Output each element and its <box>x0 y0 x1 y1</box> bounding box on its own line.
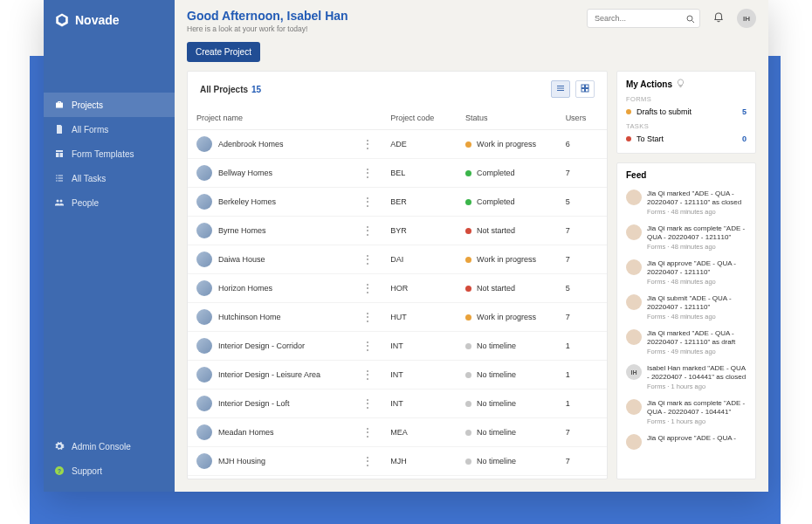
user-avatar[interactable]: IH <box>737 9 756 28</box>
status-dot-icon <box>465 286 471 292</box>
svg-line-3 <box>692 21 695 24</box>
list-icon <box>555 81 566 97</box>
view-toggles <box>551 80 595 98</box>
projects-table-wrap[interactable]: Project name Project code Status Users A… <box>188 107 607 479</box>
kebab-icon[interactable]: ⋮ <box>362 282 373 294</box>
actions-section-label: TASKS <box>626 122 747 130</box>
my-actions-head: My Actions <box>626 79 747 90</box>
search-input[interactable] <box>587 9 700 28</box>
action-row[interactable]: To Start0 <box>626 132 747 146</box>
feed-item[interactable]: Jia Qi marked "ADE - QUA - 20220407 - 12… <box>626 185 747 220</box>
my-actions-panel: My Actions FORMSDrafts to submit5TASKSTo… <box>616 71 756 154</box>
sidebar-item-all-tasks[interactable]: All Tasks <box>44 166 175 190</box>
kebab-icon[interactable]: ⋮ <box>362 138 373 150</box>
action-row[interactable]: Drafts to submit5 <box>626 105 747 119</box>
svg-rect-6 <box>581 89 585 93</box>
kebab-icon[interactable]: ⋮ <box>362 196 373 208</box>
table-row[interactable]: MJH Housing⋮MJHNo timeline7 <box>188 447 607 476</box>
search-wrap <box>587 9 700 28</box>
sidebar-item-admin-console[interactable]: Admin Console <box>44 434 175 458</box>
feed-item[interactable]: Jia Qi mark as complete "ADE - QUA - 202… <box>626 395 747 430</box>
status-dot-icon <box>465 314 471 321</box>
project-name: Interior Design - Leisure Area <box>218 370 320 379</box>
feed-meta: Forms · 1 hours ago <box>647 383 747 390</box>
sidebar-item-all-forms[interactable]: All Forms <box>44 117 175 141</box>
kebab-icon[interactable]: ⋮ <box>362 224 373 237</box>
project-thumb <box>196 252 212 267</box>
table-row[interactable]: Interior Design - Corridor⋮INTNo timelin… <box>188 332 607 361</box>
table-row[interactable]: Interior Design - Leisure Area⋮INTNo tim… <box>188 361 607 390</box>
projects-title: All Projects <box>200 85 248 94</box>
feed-item[interactable]: Jia Qi marked "ADE - QUA - 20220407 - 12… <box>626 325 747 360</box>
table-row[interactable]: Daiwa House⋮DAIWork in progress7 <box>188 245 607 274</box>
action-dot-icon <box>626 109 631 114</box>
create-project-button[interactable]: Create Project <box>187 42 260 62</box>
project-thumb <box>196 396 212 411</box>
sidebar-item-label: Support <box>72 466 102 476</box>
feed-panel[interactable]: Feed Jia Qi marked "ADE - QUA - 20220407… <box>616 162 756 479</box>
project-name: Berkeley Homes <box>218 197 276 206</box>
users-count: 7 <box>557 245 607 274</box>
notifications-button[interactable] <box>709 9 728 28</box>
list-view-button[interactable] <box>551 80 570 98</box>
action-text: Drafts to submit <box>637 107 692 116</box>
kebab-icon[interactable]: ⋮ <box>362 455 373 467</box>
status-text: Completed <box>477 169 515 177</box>
table-row[interactable]: Interior Design - Loft⋮INTNo timeline1 <box>188 390 607 418</box>
action-count: 5 <box>742 107 747 116</box>
users-count: 6 <box>557 130 607 159</box>
table-row[interactable]: Berkeley Homes⋮BERCompleted5 <box>188 188 607 217</box>
project-name: Interior Design - Corridor <box>218 341 305 350</box>
feed-item[interactable]: IHIsabel Han marked "ADE - QUA - 2022040… <box>626 360 747 395</box>
right-column: My Actions FORMSDrafts to submit5TASKSTo… <box>616 71 756 479</box>
feed-item[interactable]: Jia Qi mark as complete "ADE - QUA - 202… <box>626 220 747 255</box>
project-code: INT <box>382 390 457 418</box>
status-text: Work in progress <box>477 140 536 148</box>
grid-view-button[interactable] <box>575 80 595 98</box>
sidebar-item-label: All Tasks <box>72 174 106 183</box>
status-text: Not started <box>477 284 515 293</box>
feed-text: Jia Qi mark as complete "ADE - QUA - 202… <box>647 399 747 417</box>
project-code: BER <box>382 188 457 217</box>
feed-meta: Forms · 1 hours ago <box>647 417 747 425</box>
actions-section-label: FORMS <box>626 95 747 103</box>
kebab-icon[interactable]: ⋮ <box>362 397 373 410</box>
project-name: Byrne Homes <box>218 226 266 235</box>
kebab-icon[interactable]: ⋮ <box>362 167 373 179</box>
table-row[interactable]: Horizon Homes⋮HORNot started5 <box>188 274 607 303</box>
project-thumb <box>196 165 212 181</box>
table-row[interactable]: Bellway Homes⋮BELCompleted7 <box>188 159 607 188</box>
project-code: INT <box>382 361 457 390</box>
kebab-icon[interactable]: ⋮ <box>362 426 373 438</box>
project-thumb <box>196 223 212 238</box>
feed-item[interactable]: Jia Qi submit "ADE - QUA - 20220407 - 12… <box>626 290 747 325</box>
status-dot-icon <box>465 170 471 176</box>
kebab-icon[interactable]: ⋮ <box>362 369 373 381</box>
kebab-icon[interactable]: ⋮ <box>362 311 373 323</box>
sidebar-item-form-templates[interactable]: Form Templates <box>44 141 175 166</box>
status-text: Work in progress <box>477 313 536 321</box>
table-row[interactable]: Meadan Homes⋮MEANo timeline7 <box>188 418 607 447</box>
kebab-icon[interactable]: ⋮ <box>362 253 373 265</box>
template-icon <box>54 148 65 159</box>
col-users: Users <box>557 107 607 130</box>
sidebar-item-people[interactable]: People <box>44 190 175 215</box>
feed-meta: Forms · 48 minutes ago <box>647 243 747 251</box>
sidebar-footer: Admin Console ? Support <box>44 434 175 492</box>
projects-count: 15 <box>251 85 261 94</box>
kebab-icon[interactable]: ⋮ <box>362 340 373 352</box>
status-text: Completed <box>477 197 515 206</box>
users-count: 7 <box>557 447 607 476</box>
sidebar-item-projects[interactable]: Projects <box>44 93 175 117</box>
feed-text: Jia Qi marked "ADE - QUA - 20220407 - 12… <box>647 329 747 347</box>
sidebar-item-support[interactable]: ? Support <box>44 458 175 483</box>
table-row[interactable]: Adenbrook Homes⋮ADEWork in progress6 <box>188 130 607 159</box>
table-row[interactable]: Persimmon Homes⋮PERNo timeline7 <box>188 476 607 479</box>
project-thumb <box>196 424 212 440</box>
table-row[interactable]: Byrne Homes⋮BYRNot started7 <box>188 217 607 245</box>
project-thumb <box>196 338 212 354</box>
feed-item[interactable]: Jia Qi approve "ADE - QUA - 20220407 - 1… <box>626 255 747 290</box>
table-row[interactable]: Hutchinson Home⋮HUTWork in progress7 <box>188 303 607 332</box>
brand: Novade <box>44 0 175 49</box>
feed-item[interactable]: Jia Qi approve "ADE - QUA - <box>626 430 747 454</box>
